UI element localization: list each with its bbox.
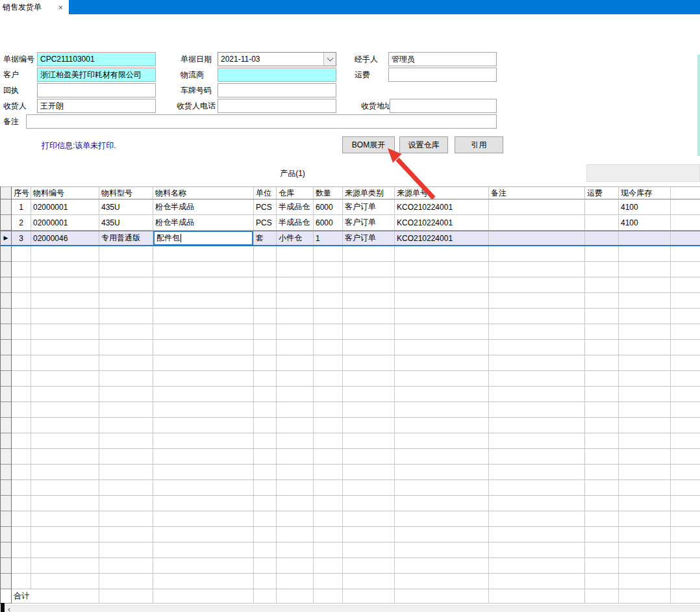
receipt-input[interactable] <box>37 83 156 97</box>
cell-material-name[interactable]: 粉仓半成品 <box>153 215 254 231</box>
row-selector[interactable] <box>1 199 12 215</box>
cell-source-type[interactable]: 客户订单 <box>343 231 395 246</box>
extra-header[interactable] <box>671 186 700 199</box>
cell-material-no[interactable]: 02000001 <box>31 215 99 231</box>
row-selector[interactable]: ▶ <box>1 231 12 246</box>
handler-input[interactable] <box>388 52 497 66</box>
table-row[interactable]: 102000001435U粉仓半成品PCS半成品仓6000客户订单KCO2102… <box>1 199 700 215</box>
tab-product[interactable]: 产品(1) <box>0 164 585 183</box>
freight-input[interactable] <box>388 68 497 82</box>
empty-cell <box>585 340 619 355</box>
chevron-down-icon[interactable] <box>323 53 336 66</box>
empty-cell <box>314 371 343 387</box>
empty-cell <box>671 511 700 527</box>
empty-cell <box>12 480 31 496</box>
cell-seq[interactable]: 3 <box>12 231 31 246</box>
customer-input[interactable] <box>37 68 156 82</box>
table-row-selected[interactable]: ▶302000046专用普通版配件包套小件仓1客户订单KCO210224001 <box>1 231 700 246</box>
cell-source-no[interactable]: KCO210224001 <box>395 215 489 231</box>
empty-cell <box>314 418 343 433</box>
quote-button[interactable]: 引用 <box>455 136 503 153</box>
empty-cell <box>489 558 585 574</box>
stock-header[interactable]: 现今库存 <box>619 186 671 199</box>
cell-qty[interactable]: 1 <box>314 231 343 246</box>
cell-model[interactable]: 专用普通版 <box>99 231 153 246</box>
cell-warehouse[interactable]: 半成品仓 <box>277 199 314 215</box>
totals-cell <box>489 589 585 604</box>
cell-seq[interactable]: 2 <box>12 215 31 231</box>
cell-extra[interactable] <box>671 199 700 215</box>
source-no-header[interactable]: 来源单号 <box>395 186 489 199</box>
cell-model[interactable]: 435U <box>99 199 153 215</box>
bom-expand-button[interactable]: BOM展开 <box>342 136 395 153</box>
table-row[interactable]: 202000001435U粉仓半成品PCS半成品仓6000客户订单KCO2102… <box>1 215 700 231</box>
empty-cell <box>12 371 31 387</box>
empty-cell <box>254 402 277 418</box>
cell-material-name[interactable]: 配件包 <box>153 231 254 246</box>
cell-freight[interactable] <box>585 215 619 231</box>
close-icon[interactable]: × <box>58 3 63 12</box>
cell-material-no[interactable]: 02000001 <box>31 199 99 215</box>
cell-warehouse[interactable]: 小件仓 <box>277 231 314 246</box>
empty-cell <box>489 355 585 371</box>
cell-stock[interactable]: 4100 <box>619 199 671 215</box>
source-type-header[interactable]: 来源单类别 <box>343 186 395 199</box>
material-name-header[interactable]: 物料名称 <box>153 186 254 199</box>
cell-warehouse[interactable]: 半成品仓 <box>277 215 314 231</box>
empty-cell <box>619 355 671 371</box>
cell-source-type[interactable]: 客户订单 <box>343 215 395 231</box>
consignee-input[interactable] <box>37 99 156 113</box>
cell-material-no[interactable]: 02000046 <box>31 231 99 246</box>
cell-source-no[interactable]: KCO210224001 <box>395 199 489 215</box>
remarks-input[interactable] <box>26 114 497 129</box>
tab-sales-delivery[interactable]: 销售发货单 × <box>0 0 69 14</box>
seq-header[interactable]: 序号 <box>12 186 31 199</box>
consignee-phone-input[interactable] <box>218 99 336 113</box>
cell-source-type[interactable]: 客户订单 <box>343 199 395 215</box>
cell-remark[interactable] <box>489 215 585 231</box>
cell-unit[interactable]: PCS <box>254 199 277 215</box>
freight-header[interactable]: 运费 <box>585 186 619 199</box>
cell-unit[interactable]: 套 <box>254 231 277 246</box>
warehouse-header[interactable]: 仓库 <box>277 186 314 199</box>
scroll-left-icon[interactable]: ‹ <box>8 605 10 612</box>
logistics-input[interactable] <box>218 68 336 82</box>
cell-stock[interactable] <box>619 231 671 246</box>
set-warehouse-button[interactable]: 设置仓库 <box>399 136 448 153</box>
empty-cell <box>277 340 314 355</box>
doc-date-select[interactable]: 2021-11-03 <box>218 52 336 66</box>
cell-qty[interactable]: 6000 <box>314 215 343 231</box>
cell-seq[interactable]: 1 <box>12 199 31 215</box>
remark-header[interactable]: 备注 <box>489 186 585 199</box>
cell-remark[interactable] <box>489 199 585 215</box>
cell-qty[interactable]: 6000 <box>314 199 343 215</box>
empty-cell <box>12 574 31 589</box>
cell-model[interactable]: 435U <box>99 215 153 231</box>
empty-cell <box>314 527 343 542</box>
delivery-address-input[interactable] <box>390 99 497 113</box>
empty-cell <box>99 293 153 309</box>
unit-header[interactable]: 单位 <box>254 186 277 199</box>
cell-source-no[interactable]: KCO210224001 <box>395 231 489 246</box>
horizontal-scrollbar[interactable]: ‹ <box>0 605 700 612</box>
empty-cell <box>153 418 254 433</box>
cell-remark[interactable] <box>489 231 585 246</box>
cell-extra[interactable] <box>671 215 700 231</box>
cell-stock[interactable]: 4100 <box>619 215 671 231</box>
cell-material-name[interactable]: 粉仓半成品 <box>153 199 254 215</box>
model-header[interactable]: 物料型号 <box>99 186 153 199</box>
cell-freight[interactable] <box>585 231 619 246</box>
cell-extra[interactable] <box>671 231 700 246</box>
cell-edit-input[interactable]: 配件包 <box>153 231 253 246</box>
row-indicator-icon: ▶ <box>4 235 8 241</box>
empty-row <box>1 496 700 511</box>
doc-no-input[interactable] <box>37 52 156 66</box>
cell-unit[interactable]: PCS <box>254 215 277 231</box>
totals-row: 合计 <box>1 589 700 604</box>
cell-freight[interactable] <box>585 199 619 215</box>
qty-header[interactable]: 数量 <box>314 186 343 199</box>
row-selector[interactable] <box>1 215 12 231</box>
material-no-header[interactable]: 物料编号 <box>31 186 99 199</box>
empty-cell <box>489 371 585 387</box>
plate-no-input[interactable] <box>218 83 336 97</box>
